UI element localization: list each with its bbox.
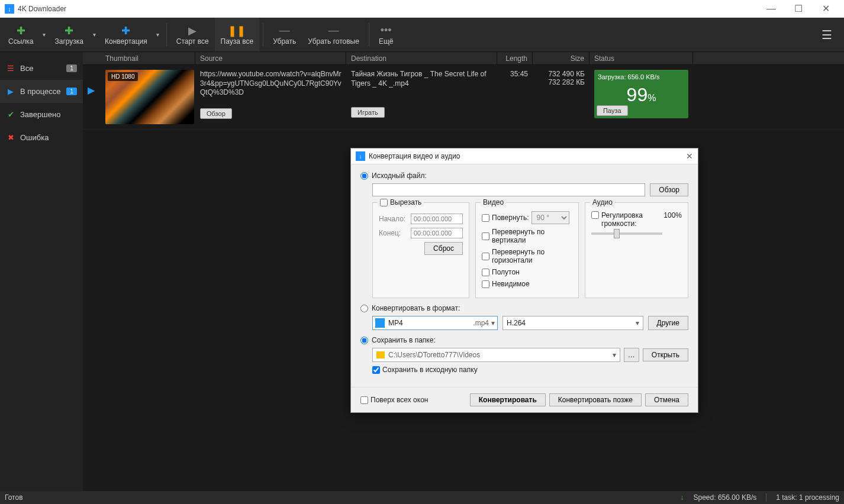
dialog-titlebar: ↓ Конвертация видео и аудио ✕ <box>351 148 698 164</box>
convert-dialog: ↓ Конвертация видео и аудио ✕ Исходный ф… <box>350 148 698 413</box>
sidebar-done-label: Завершено <box>20 110 60 119</box>
cut-panel: Вырезать Начало: Конец: Сброс <box>372 202 469 298</box>
format-container-select[interactable]: MP4 .mp4 ▾ <box>372 316 498 330</box>
browse-source-button[interactable]: Обзор <box>650 183 688 196</box>
col-length[interactable]: Length <box>497 52 533 64</box>
col-destination[interactable]: Destination <box>346 52 497 64</box>
source-file-radio[interactable] <box>360 172 368 180</box>
cell-length: 35:45 <box>497 67 533 127</box>
link-button[interactable]: ✚ Ссылка <box>2 18 39 51</box>
status-tasks: 1 task: 1 processing <box>776 493 839 502</box>
volume-value: 100% <box>663 211 682 219</box>
convert-dropdown[interactable]: ▾ <box>153 18 163 51</box>
cut-checkbox[interactable] <box>380 199 388 206</box>
browse-folder-button[interactable]: … <box>624 348 639 362</box>
sidebar-inprogress-badge: 1 <box>66 88 77 95</box>
cell-size: 732 490 КБ 732 282 КБ <box>533 67 589 127</box>
volume-slider-thumb[interactable] <box>614 229 620 238</box>
cut-end-label: Конец: <box>379 229 407 237</box>
convert-button[interactable]: ✚ Конвертация <box>99 18 153 51</box>
cancel-button[interactable]: Отмена <box>645 393 688 406</box>
open-folder-button[interactable]: Открыть <box>643 348 688 361</box>
sidebar-item-error[interactable]: ✖ Ошибка <box>0 126 83 149</box>
minimize-button[interactable]: — <box>758 0 785 18</box>
plus-icon: ✚ <box>17 24 25 37</box>
destination-filename: Тайная Жизнь Тигров _ The Secret Life of… <box>351 70 492 88</box>
convert-now-button[interactable]: Конвертировать <box>470 393 546 406</box>
save-source-folder-checkbox[interactable] <box>372 366 380 374</box>
minus-icon: — <box>328 24 339 37</box>
pause-download-button[interactable]: Пауза <box>597 105 628 116</box>
source-url: https://www.youtube.com/watch?v=alqBnvMr… <box>200 70 342 98</box>
sidebar-all-badge: 1 <box>66 64 77 72</box>
col-size[interactable]: Size <box>533 52 589 64</box>
download-dropdown[interactable]: ▾ <box>89 18 99 51</box>
convert-format-radio[interactable] <box>360 305 368 312</box>
save-folder-path: C:\Users\DToretto777\Videos <box>388 351 480 359</box>
close-button[interactable]: ✕ <box>812 0 839 18</box>
more-button[interactable]: ••• Ещё <box>373 18 400 51</box>
save-folder-input[interactable]: C:\Users\DToretto777\Videos ▾ <box>372 348 620 362</box>
link-dropdown[interactable]: ▾ <box>39 18 49 51</box>
audio-panel-title: Аудио <box>590 198 615 206</box>
toolbar: ✚ Ссылка ▾ ✚ Загрузка ▾ ✚ Конвертация ▾ … <box>0 18 844 52</box>
cut-start-input[interactable] <box>411 214 463 224</box>
flip-v-checkbox[interactable] <box>482 232 489 240</box>
col-thumbnail[interactable]: Thumbnail <box>101 52 195 64</box>
col-status[interactable]: Status <box>589 52 693 64</box>
remove-done-button[interactable]: — Убрать готовые <box>302 18 365 51</box>
rotate-label: Повернуть: <box>492 214 529 222</box>
cut-end-input[interactable] <box>411 228 463 238</box>
codec-name: H.264 <box>507 319 526 327</box>
dialog-title: Конвертация видео и аудио <box>369 152 460 160</box>
mp4-icon <box>375 318 385 328</box>
start-all-button[interactable]: ▶ Старт все <box>170 18 215 51</box>
check-icon: ✔ <box>6 110 15 119</box>
sidebar-item-all[interactable]: ☰ Все 1 <box>0 57 83 80</box>
dialog-close-button[interactable]: ✕ <box>686 151 693 161</box>
cut-reset-button[interactable]: Сброс <box>424 242 463 255</box>
remove-label: Убрать <box>273 37 296 46</box>
play-file-button[interactable]: Играть <box>351 107 385 118</box>
separator <box>766 493 766 502</box>
convert-label: Конвертация <box>105 37 147 46</box>
rotate-select[interactable]: 90 ° <box>531 211 569 224</box>
convert-format-label: Конвертировать в формат: <box>372 304 460 312</box>
table-row[interactable]: HD 1080 https://www.youtube.com/watch?v=… <box>83 65 844 130</box>
volume-slider[interactable] <box>591 232 662 235</box>
cell-thumbnail: HD 1080 <box>101 67 195 127</box>
invisible-checkbox[interactable] <box>482 280 489 288</box>
volume-checkbox[interactable] <box>591 211 599 219</box>
row-play-icon[interactable]: ▶ <box>88 85 95 96</box>
on-top-checkbox[interactable] <box>360 396 368 404</box>
hamburger-menu-button[interactable]: ☰ <box>812 28 842 42</box>
plus-icon: ✚ <box>65 24 73 37</box>
titlebar: ↓ 4K Downloader — ☐ ✕ <box>0 0 844 18</box>
pause-all-button[interactable]: ❚❚ Пауза все <box>215 18 260 51</box>
sidebar-item-inprogress[interactable]: ▶ В процессе 1 <box>0 80 83 103</box>
rotate-checkbox[interactable] <box>482 214 489 222</box>
save-folder-radio[interactable] <box>360 337 368 344</box>
other-formats-button[interactable]: Другие <box>648 316 688 330</box>
flip-h-checkbox[interactable] <box>482 253 489 260</box>
maximize-button[interactable]: ☐ <box>785 0 812 18</box>
sidebar-item-done[interactable]: ✔ Завершено <box>0 103 83 126</box>
status-block: Загрузка: 656.0 KB/s 99% Пауза <box>594 70 688 118</box>
convert-later-button[interactable]: Конвертировать позже <box>549 393 642 406</box>
codec-select[interactable]: H.264 ▾ <box>502 316 643 330</box>
flip-v-label: Перевернуть по вертикали <box>492 228 572 244</box>
remove-button[interactable]: — Убрать <box>267 18 302 51</box>
status-percent: 99% <box>598 84 685 106</box>
col-source[interactable]: Source <box>195 52 346 64</box>
source-file-input[interactable] <box>372 183 645 196</box>
cell-destination: Тайная Жизнь Тигров _ The Secret Life of… <box>346 67 497 127</box>
sidebar-error-label: Ошибка <box>20 133 49 142</box>
volume-label: Регулировка громкости: <box>601 211 661 228</box>
download-button[interactable]: ✚ Загрузка <box>49 18 89 51</box>
halftone-checkbox[interactable] <box>482 269 489 276</box>
app-icon: ↓ <box>5 4 14 14</box>
cut-label: Вырезать <box>390 198 421 206</box>
more-label: Ещё <box>379 37 394 46</box>
browse-source-button[interactable]: Обзор <box>200 108 232 119</box>
sidebar: ☰ Все 1 ▶ В процессе 1 ✔ Завершено ✖ Оши… <box>0 52 83 491</box>
